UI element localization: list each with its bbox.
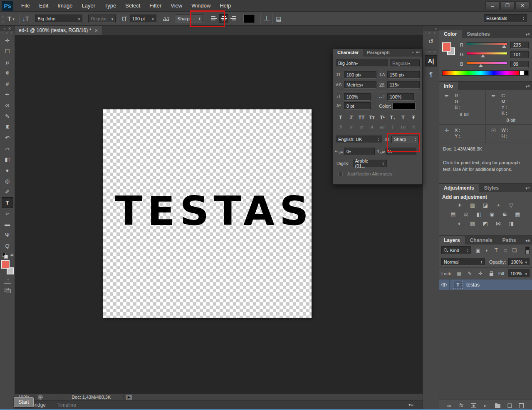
color-lookup-icon[interactable]: ▦ [513,211,522,218]
small-caps-button[interactable]: Tᴛ [367,114,377,121]
tab-timeline[interactable]: Timeline [52,400,82,410]
type-tool[interactable]: T [2,197,13,208]
discretionary-lig-button[interactable]: st [356,123,366,130]
panel-menu-icon[interactable]: ▾≡ [525,186,530,190]
exposure-icon[interactable]: ± [494,202,503,209]
new-adjustment-icon[interactable]: ◐ [482,403,489,409]
contextual-alt-button[interactable]: ơ [346,123,356,130]
lock-position-icon[interactable]: ✛ [476,270,485,277]
new-layer-icon[interactable]: ❏ [506,403,513,409]
canvas[interactable]: TESTAS [103,109,312,318]
magic-wand-tool[interactable]: ✵ [2,67,13,78]
minimize-button[interactable]: – [485,1,500,10]
faux-italic-button[interactable]: T [346,114,356,121]
font-family-dropdown[interactable]: Big John [35,15,82,23]
tool-dock-header[interactable]: »✕ [0,26,15,31]
quick-mask-button[interactable] [4,278,11,284]
filter-adjustment-icon[interactable]: ◐ [483,247,491,254]
menu-select[interactable]: Select [121,0,145,12]
tracking-dropdown[interactable]: 115 [387,81,420,89]
black-swatch[interactable] [524,70,529,76]
filter-type-icon[interactable]: T [492,247,500,254]
hand-tool[interactable]: Ψ [2,230,13,240]
panel-menu-icon[interactable]: ▾≡ [525,84,530,89]
tab-channels[interactable]: Channels [465,236,497,245]
workspace-dropdown[interactable]: Essentials [484,14,527,22]
options-grip[interactable] [2,14,4,24]
shape-tool[interactable]: ▬ [2,219,13,230]
type-layer-thumbnail[interactable]: T [453,281,463,289]
zoom-tool[interactable]: Q [2,240,13,251]
baseline-shift-field[interactable]: 0 pt [344,102,371,110]
subscript-button[interactable]: T₁ [388,114,398,121]
filter-shape-icon[interactable]: □ [501,247,510,254]
status-menu-arrow-icon[interactable]: ▶ [126,395,132,400]
filter-toggle-switch[interactable] [525,247,530,254]
menu-view[interactable]: View [166,0,187,12]
tab-info[interactable]: Info [439,82,458,90]
pen-tool[interactable]: ✐ [2,186,13,197]
bit-depth-rgb[interactable]: 8-bit [443,112,485,117]
text-orientation-icon[interactable]: ↓T [22,15,29,22]
paint-bucket-tool[interactable]: ◧ [2,154,13,165]
tab-styles[interactable]: Styles [479,184,504,192]
brush-tool[interactable]: ✎ [2,111,13,121]
screen-mode-button[interactable] [4,288,11,294]
panel-menu-icon[interactable]: ▾≡ [525,238,530,243]
faux-bold-button[interactable]: T [336,114,346,121]
channel-mixer-icon[interactable]: ☯ [500,211,510,218]
justification-alternates-checkbox[interactable] [338,172,343,176]
black-white-icon[interactable]: ◧ [475,211,484,218]
blend-mode-dropdown[interactable]: Normal [441,258,485,266]
panel-menu-icon[interactable]: ▾≡ [416,50,420,54]
titling-alt-button[interactable]: T [388,123,398,130]
layer-filter-dropdown[interactable]: Kind [441,246,471,254]
lasso-tool[interactable]: ℘ [2,57,13,67]
hue-saturation-icon[interactable]: ▤ [449,211,458,218]
menu-image[interactable]: Image [53,0,77,12]
selective-color-icon[interactable]: ◨ [507,220,516,227]
menu-edit[interactable]: Edit [35,0,53,12]
marquee-tool[interactable]: ☐ [2,46,13,57]
posterize-icon[interactable]: ▨ [468,220,477,227]
foreground-color-swatch[interactable] [1,260,10,269]
fractions-button[interactable]: ½ [408,123,418,130]
tab-layers[interactable]: Layers [439,236,465,245]
layer-style-icon[interactable]: fx [458,403,465,408]
healing-brush-tool[interactable]: ⊘ [2,100,13,111]
dodge-tool[interactable]: ◎ [2,175,13,186]
lock-all-icon[interactable] [487,270,495,277]
tool-preset-picker[interactable]: T [6,15,16,22]
color-balance-icon[interactable]: ⚖ [462,211,471,218]
tab-paragraph[interactable]: Paragraph [363,49,393,57]
close-button[interactable]: ✕ [515,1,530,10]
threshold-icon[interactable]: ◩ [481,220,490,227]
text-color-swatch[interactable] [244,15,255,23]
tab-adjustments[interactable]: Adjustments [439,184,479,192]
all-caps-button[interactable]: TT [356,114,366,121]
curves-icon[interactable]: ◪ [481,202,490,209]
strikethrough-button[interactable]: Ŧ [408,114,418,121]
menu-layer[interactable]: Layer [77,0,100,12]
slider-thumb[interactable] [479,64,483,67]
levels-icon[interactable]: ▥ [468,202,477,209]
menu-type[interactable]: Type [100,0,121,12]
slider-thumb[interactable] [481,54,485,57]
channel-value-field[interactable]: 89 [510,61,529,68]
vibrance-icon[interactable]: ▽ [507,202,516,209]
new-group-icon[interactable] [494,403,501,408]
menu-help[interactable]: Help [215,0,235,12]
swash-button[interactable]: A [367,123,377,130]
lock-transparency-icon[interactable]: ▦ [455,270,463,277]
white-swatch[interactable] [520,70,524,76]
gradient-map-icon[interactable]: ⋈ [494,220,503,227]
photo-filter-icon[interactable]: ◉ [487,211,497,218]
close-icon[interactable]: ✕ [94,28,98,33]
tab-swatches[interactable]: Swatches [462,30,495,38]
font-size-dropdown[interactable]: 100 pt [344,71,376,79]
filter-image-icon[interactable]: ▣ [474,247,482,254]
leading-dropdown[interactable]: 150 pt [387,71,420,79]
underline-button[interactable]: T [398,114,408,121]
channel-value-field[interactable]: 101 [510,51,529,58]
tab-character[interactable]: Character [333,49,363,57]
